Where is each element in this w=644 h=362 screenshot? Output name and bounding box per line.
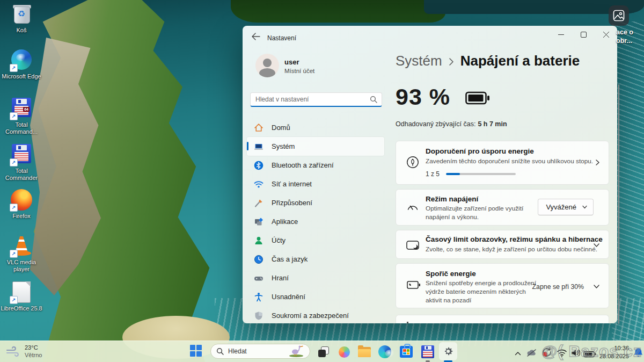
chevron-up-icon	[515, 351, 521, 356]
desktop-icon-total-commander[interactable]: ↗ Total Commander	[0, 143, 43, 182]
onedrive-tray-button[interactable]	[525, 346, 539, 360]
start-button[interactable]	[190, 345, 202, 357]
icon-label: Firefox	[0, 213, 43, 220]
task-view-button[interactable]	[317, 345, 331, 359]
shortcut-arrow-icon: ↗	[10, 204, 18, 212]
close-button[interactable]	[595, 26, 617, 43]
nav-item-accessibility[interactable]: Usnadnění	[247, 287, 384, 306]
card-title: Časový limit obrazovky, režimu spánku a …	[426, 235, 603, 243]
card-title: Spořič energie	[426, 270, 476, 278]
screen-sleep-icon	[406, 238, 420, 252]
maximize-button[interactable]	[572, 26, 595, 43]
nav-label: Bluetooth a zařízení	[272, 161, 334, 169]
image-info-button[interactable]	[609, 5, 629, 26]
nav-item-bluetooth-devices[interactable]: Bluetooth a zařízení	[247, 156, 384, 175]
card-description: Snížení spotřeby energie a prodloužení v…	[426, 279, 543, 305]
shortcut-arrow-icon: ↗	[10, 158, 18, 166]
desktop-icon-recycle-bin[interactable]: ♻ Koš	[0, 3, 43, 34]
screen: ♻ Koš ↗ Microsoft Edge 64 ↗ Total Comman…	[0, 0, 644, 362]
recycle-bin-icon: ♻	[10, 3, 33, 26]
tray-expand-button[interactable]	[511, 346, 525, 360]
progress-label: 1 z 5	[426, 170, 440, 178]
battery-percent: 93 %	[396, 84, 450, 110]
search-icon	[216, 347, 224, 355]
chevron-right-icon[interactable]	[594, 159, 601, 166]
nav-item-gaming[interactable]: Hraní	[247, 269, 384, 287]
dropdown-value: Vyvážené	[546, 203, 576, 211]
settings-search[interactable]	[250, 92, 382, 107]
card-battery-usage-partial[interactable]	[396, 315, 609, 323]
nav-item-system[interactable]: Systém	[247, 137, 384, 156]
desktop-icon-total-commander-64[interactable]: 64 ↗ Total Command...	[0, 97, 43, 135]
desktop-icon-vlc[interactable]: ↗ VLC media player	[0, 235, 43, 273]
icon-label: Total Commander	[0, 168, 43, 182]
card-screen-sleep-timeout[interactable]: Časový limit obrazovky, režimu spánku a …	[396, 230, 609, 259]
taskbar-weather-widget[interactable]: 23°C Větrno	[5, 344, 42, 359]
desktop-icon-edge[interactable]: ↗ Microsoft Edge	[0, 48, 43, 80]
vlc-icon: ↗	[10, 235, 33, 258]
nav-item-time-language[interactable]: Čas a jazyk	[247, 250, 384, 269]
wifi-icon	[253, 179, 264, 190]
nav-label: Síť a internet	[272, 180, 312, 188]
store-icon	[400, 346, 413, 358]
total-commander-icon	[421, 345, 434, 358]
edge-taskbar-button[interactable]	[378, 345, 392, 359]
gamepad-icon	[253, 273, 264, 284]
scrollbar[interactable]	[618, 84, 619, 324]
remaining-value: 5 h 7 min	[478, 120, 507, 128]
nav-item-home[interactable]: Domů	[247, 118, 384, 137]
nav-item-privacy[interactable]: Soukromí a zabezpečení	[247, 306, 384, 323]
copilot-button[interactable]	[337, 345, 351, 359]
chevron-down-icon	[582, 204, 588, 210]
apps-icon	[253, 216, 264, 227]
user-name: user	[284, 58, 299, 66]
shield-icon	[253, 310, 264, 321]
settings-search-input[interactable]	[251, 96, 370, 103]
avatar[interactable]	[255, 54, 279, 77]
window-controls	[550, 26, 617, 43]
card-description: Optimalizujte zařízení podle využití nap…	[426, 205, 536, 222]
nav-item-apps[interactable]: Aplikace	[247, 212, 384, 231]
nav-label: Soukromí a zabezpečení	[272, 312, 349, 320]
weather-condition: Větrno	[25, 351, 42, 359]
file-explorer-button[interactable]	[357, 345, 371, 359]
minimize-button[interactable]	[550, 26, 572, 43]
shortcut-arrow-icon: ↗	[10, 250, 18, 258]
eco-leaf-icon	[406, 155, 420, 169]
chevron-right-icon	[449, 57, 454, 66]
breadcrumb-parent[interactable]: Systém	[396, 53, 442, 69]
progress-bar	[446, 173, 516, 175]
desktop-icon-firefox[interactable]: ↗ Firefox	[0, 189, 43, 220]
chevron-down-icon[interactable]	[593, 283, 600, 290]
total-commander-taskbar-button[interactable]	[421, 345, 435, 359]
photo-icon	[613, 10, 625, 21]
nav-label: Čas a jazyk	[272, 255, 308, 263]
nav-item-network[interactable]: Síť a internet	[247, 175, 384, 193]
onedrive-paused-icon	[526, 348, 538, 358]
nav-item-accounts[interactable]: Účty	[247, 231, 384, 250]
power-mode-dropdown[interactable]: Vyvážené	[538, 199, 594, 215]
weather-temperature: 23°C	[25, 344, 42, 351]
desktop-icon-libreoffice[interactable]: ↗ LibreOffice 25.8	[0, 281, 43, 312]
store-button[interactable]	[399, 345, 413, 359]
chevron-down-icon[interactable]	[593, 242, 600, 249]
settings-taskbar-button[interactable]	[439, 342, 457, 360]
back-button[interactable]	[251, 32, 261, 43]
watermark: @( Bazos.cz	[541, 342, 642, 360]
card-energy-recommendations[interactable]: Doporučení pro úsporu energie Zavedením …	[396, 141, 609, 185]
taskbar-search[interactable]: Hledat	[210, 344, 310, 359]
firefox-icon: ↗	[10, 189, 33, 212]
nav-label: Přizpůsobení	[272, 199, 312, 207]
card-energy-saver[interactable]: Spořič energie Snížení spotřeby energie …	[396, 263, 609, 308]
icon-label: Microsoft Edge	[0, 73, 43, 80]
nav-item-personalization[interactable]: Přizpůsobení	[247, 193, 384, 212]
folder-icon	[358, 347, 371, 357]
accessibility-icon	[253, 292, 264, 302]
user-account-type: Místní účet	[284, 68, 314, 74]
window-title: Nastavení	[267, 34, 296, 42]
settings-nav: Domů Systém Bluetooth a zařízení Síť a i…	[247, 118, 384, 323]
battery-saver-icon	[406, 279, 421, 291]
nav-label: Hraní	[272, 274, 289, 282]
total-commander-icon: ↗	[10, 144, 33, 166]
page-title: Napájení a baterie	[460, 53, 580, 69]
